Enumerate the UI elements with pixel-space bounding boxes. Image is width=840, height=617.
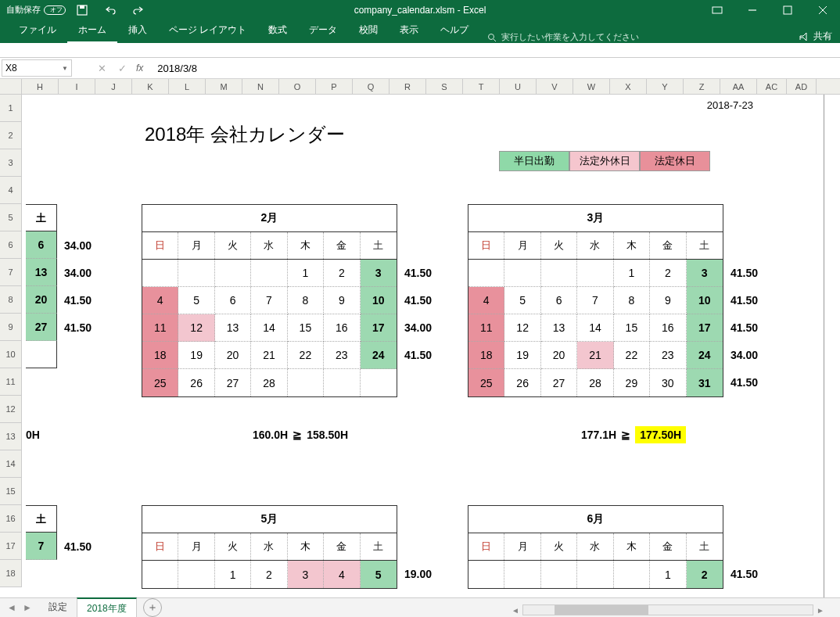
day-cell[interactable]: 27 <box>541 369 577 396</box>
row-header[interactable]: 13 <box>0 423 22 450</box>
ribbon-tab-8[interactable]: ヘルプ <box>429 19 479 43</box>
col-header[interactable]: Z <box>684 79 720 94</box>
add-sheet-button[interactable]: ＋ <box>143 598 162 617</box>
day-cell[interactable]: 29 <box>614 369 650 396</box>
day-cell[interactable]: 3 <box>288 561 324 588</box>
day-cell[interactable]: 13 <box>215 314 251 342</box>
day-cell[interactable]: 14 <box>577 314 613 342</box>
close-icon[interactable] <box>805 0 840 20</box>
day-cell[interactable] <box>142 561 178 588</box>
col-header[interactable]: R <box>389 79 426 94</box>
fx-icon[interactable]: fx <box>136 63 143 74</box>
day-cell[interactable] <box>178 561 214 588</box>
row-header[interactable]: 14 <box>0 450 22 478</box>
day-cell[interactable]: 1 <box>215 561 251 588</box>
day-cell[interactable]: 20 <box>215 342 251 369</box>
day-cell[interactable]: 4 <box>324 561 360 588</box>
col-header[interactable]: X <box>610 79 647 94</box>
day-cell[interactable]: 2 <box>251 561 287 588</box>
day-cell[interactable]: 2 <box>324 260 360 287</box>
undo-icon[interactable] <box>99 0 122 20</box>
row-header[interactable]: 4 <box>0 177 22 204</box>
day-cell[interactable]: 19 <box>504 342 540 369</box>
switch-icon[interactable] <box>44 5 66 15</box>
row-header[interactable]: 18 <box>0 560 22 587</box>
day-cell[interactable]: 28 <box>251 369 287 396</box>
grid-body[interactable]: 2018-7-23 2018年 会社カレンダー 半日出勤 法定外休日 法定休日 … <box>22 95 840 611</box>
day-cell[interactable] <box>577 561 613 588</box>
row-header[interactable]: 3 <box>0 149 22 177</box>
col-header[interactable]: T <box>463 79 500 94</box>
day-cell[interactable] <box>215 260 251 287</box>
day-cell[interactable]: 1 <box>288 260 324 287</box>
day-cell[interactable]: 26 <box>504 369 540 396</box>
col-header[interactable]: Q <box>353 79 389 94</box>
tell-me[interactable]: 実行したい作業を入力してください <box>487 31 639 43</box>
select-all-corner[interactable] <box>0 79 22 94</box>
ribbon-display-icon[interactable] <box>699 0 734 20</box>
day-cell[interactable]: 21 <box>251 342 287 369</box>
col-header[interactable]: I <box>59 79 95 94</box>
row-header[interactable]: 6 <box>0 231 22 259</box>
row-header[interactable]: 10 <box>0 341 22 368</box>
day-cell[interactable]: 10 <box>687 287 723 314</box>
day-cell[interactable]: 1 <box>650 561 686 588</box>
sheet-tab[interactable]: 設定 <box>39 597 77 618</box>
enter-formula-icon[interactable]: ✓ <box>116 63 128 74</box>
day-cell[interactable]: 12 <box>504 314 540 342</box>
day-cell[interactable]: 2 <box>650 260 686 287</box>
day-cell[interactable] <box>577 260 613 287</box>
day-cell[interactable]: 15 <box>288 314 324 342</box>
day-cell[interactable]: 13 <box>26 259 57 286</box>
day-cell[interactable]: 13 <box>541 314 577 342</box>
day-cell[interactable]: 16 <box>324 314 360 342</box>
row-header[interactable]: 16 <box>0 505 22 533</box>
row-header[interactable]: 5 <box>0 204 22 231</box>
autosave-toggle[interactable]: 自動保存 <box>6 4 66 16</box>
col-header[interactable]: L <box>169 79 206 94</box>
day-cell[interactable]: 24 <box>361 342 397 369</box>
redo-icon[interactable] <box>127 0 150 20</box>
ribbon-tab-2[interactable]: 挿入 <box>117 19 158 43</box>
day-cell[interactable]: 4 <box>142 287 178 314</box>
day-cell[interactable]: 18 <box>142 342 178 369</box>
day-cell[interactable] <box>541 561 577 588</box>
day-cell[interactable]: 6 <box>26 231 57 259</box>
row-header[interactable]: 15 <box>0 478 22 505</box>
day-cell[interactable]: 12 <box>178 314 214 342</box>
day-cell[interactable]: 20 <box>541 342 577 369</box>
chevron-down-icon[interactable]: ▼ <box>62 65 68 72</box>
day-cell[interactable]: 22 <box>288 342 324 369</box>
day-cell[interactable]: 9 <box>650 287 686 314</box>
day-cell[interactable] <box>614 561 650 588</box>
day-cell[interactable]: 21 <box>577 342 613 369</box>
sheet-tab[interactable]: 2018年度 <box>77 597 137 618</box>
day-cell[interactable]: 6 <box>215 287 251 314</box>
day-cell[interactable]: 31 <box>687 369 723 396</box>
col-header[interactable]: AA <box>720 79 757 94</box>
day-cell[interactable]: 25 <box>142 369 178 396</box>
day-cell[interactable]: 10 <box>361 287 397 314</box>
day-cell[interactable] <box>468 260 504 287</box>
day-cell[interactable] <box>504 260 540 287</box>
day-cell[interactable]: 5 <box>361 561 397 588</box>
col-header[interactable]: S <box>426 79 463 94</box>
col-header[interactable]: AC <box>757 79 787 94</box>
day-cell[interactable]: 26 <box>178 369 214 396</box>
row-header[interactable]: 8 <box>0 286 22 314</box>
day-cell[interactable] <box>288 369 324 396</box>
day-cell[interactable]: 7 <box>251 287 287 314</box>
name-box[interactable]: X8 ▼ <box>2 59 72 77</box>
col-header[interactable]: Y <box>647 79 684 94</box>
day-cell[interactable]: 8 <box>614 287 650 314</box>
tab-nav[interactable]: ◄► <box>0 602 39 613</box>
day-cell[interactable] <box>504 561 540 588</box>
save-icon[interactable] <box>70 0 94 20</box>
day-cell[interactable]: 3 <box>361 260 397 287</box>
day-cell[interactable] <box>541 260 577 287</box>
row-header[interactable]: 2 <box>0 122 22 149</box>
day-cell[interactable]: 17 <box>361 314 397 342</box>
day-cell[interactable]: 9 <box>324 287 360 314</box>
col-header[interactable]: P <box>316 79 353 94</box>
formula-input[interactable] <box>151 59 840 77</box>
